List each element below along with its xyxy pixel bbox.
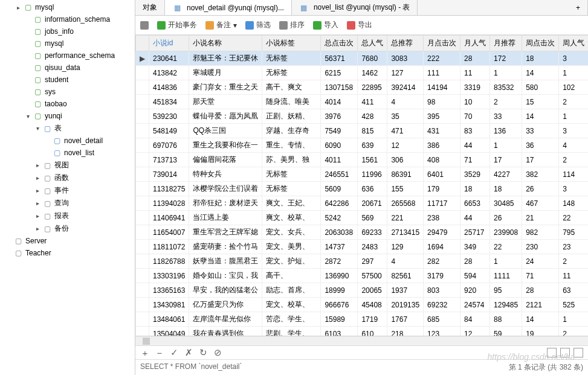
- column-header[interactable]: 小说名称: [189, 36, 262, 51]
- record-info: 第 1 条记录 (共 382 条): [509, 362, 583, 373]
- tree-item[interactable]: ▸▢mysql: [0, 1, 135, 13]
- tree-item[interactable]: ▢information_schema: [0, 13, 135, 25]
- table-row[interactable]: 11406941当江遇上姜爽文、校草、524256922123844262122…: [136, 211, 589, 225]
- filter-button[interactable]: 筛选: [245, 20, 271, 30]
- table-row[interactable]: 413842寒城暖月无标签62151462127111111141073: [136, 66, 589, 80]
- tree-item[interactable]: ▢student: [0, 74, 135, 86]
- table-row[interactable]: 13303196婚令如山：宝贝，我高干、13699057500825613179…: [136, 269, 589, 283]
- tree-item[interactable]: ▸▢事件: [0, 184, 135, 197]
- data-grid[interactable]: 小说id小说名称小说标签总点击次总人气总推荐月点击次月人气月推荐周点击次周人气周…: [135, 35, 588, 336]
- tree-item[interactable]: ▢Teacher: [0, 247, 135, 259]
- column-header[interactable]: 总推荐: [387, 36, 424, 51]
- status-bar: SELECT * FROM `novel_detail` 第 1 条记录 (共 …: [135, 359, 588, 375]
- note-button[interactable]: 备注 ▾: [205, 20, 237, 30]
- table-row[interactable]: 739014特种女兵无标签246551119968639164013529422…: [136, 167, 589, 182]
- table-row[interactable]: 539230蝶仙寻爱：愿为凤凰正剧、妖精、3976428353957033141…: [136, 109, 589, 124]
- horizontal-scrollbar[interactable]: [135, 336, 588, 345]
- tab[interactable]: ▦novel_detail @yunqi (mysql)...: [165, 0, 292, 15]
- sql-text: SELECT * FROM `novel_detail`: [140, 362, 242, 373]
- db-tree[interactable]: ▸▢mysql▢information_schema▢jobs_info▢mys…: [0, 0, 135, 375]
- menu-button[interactable]: [140, 21, 149, 30]
- column-header[interactable]: 月人气: [460, 36, 490, 51]
- table-row[interactable]: 11826788妖孽当道：腹黑君王宠文、护短、28722974282281242…: [136, 254, 589, 269]
- table-row[interactable]: 13365163早安，我的凶猛老公励志、首席、18999200651937803…: [136, 283, 589, 298]
- table-row[interactable]: 548149QQ杀三国穿越、生存奇75498154714318313633388…: [136, 124, 589, 138]
- stop-button[interactable]: ⊘: [213, 347, 222, 358]
- view-mode-form-icon[interactable]: [560, 348, 570, 357]
- cancel-button[interactable]: ✗: [184, 347, 193, 358]
- begin-transaction-button[interactable]: 开始事务: [157, 20, 197, 30]
- sort-button[interactable]: 排序: [279, 20, 305, 30]
- tree-item[interactable]: ▸▢函数: [0, 171, 135, 184]
- tree-item[interactable]: ▢taobao: [0, 98, 135, 110]
- tab[interactable]: ▦novel_list @yunqi (mysql) - 表: [292, 0, 418, 15]
- table-row[interactable]: 13430981亿万盛宠只为你宠文、校草、9666764540820191356…: [136, 298, 589, 312]
- tree-item[interactable]: ▢novel_detail: [0, 135, 135, 147]
- column-header[interactable]: 月点击次: [424, 36, 460, 51]
- tree-item[interactable]: ▸▢备份: [0, 222, 135, 235]
- column-header[interactable]: 月推荐: [490, 36, 522, 51]
- add-tab-button[interactable]: +: [569, 0, 588, 15]
- table-row[interactable]: 11394028邪帝狂妃：废材逆天爽文、王妃、64228620671265568…: [136, 196, 589, 211]
- column-header[interactable]: 小说id: [149, 36, 189, 51]
- table-row[interactable]: 713713偏偏眉间花落苏、美男、独4011156130640871171723…: [136, 153, 589, 167]
- column-header[interactable]: 总人气: [358, 36, 387, 51]
- tree-item[interactable]: ▢qisuu_data: [0, 62, 135, 74]
- tree-item[interactable]: ▢performance_schema: [0, 50, 135, 62]
- table-toolbar: 开始事务 备注 ▾ 筛选 排序 导入 导出: [135, 16, 588, 35]
- column-header[interactable]: 周人气: [559, 36, 588, 51]
- tree-item[interactable]: ▸▢视图: [0, 159, 135, 171]
- record-nav-bar: + − ✓ ✗ ↻ ⊘: [135, 345, 588, 359]
- column-header[interactable]: 周点击次: [522, 36, 559, 51]
- table-row[interactable]: 697076重生之我要和你在一重生、专情、6090639123864413640…: [136, 138, 589, 153]
- table-row[interactable]: 13504049我在青春遇到你悲剧、学生、6103610218123125919…: [136, 327, 589, 336]
- tree-item[interactable]: ▢sys: [0, 86, 135, 98]
- table-row[interactable]: 11811072盛宠萌妻：捡个竹马宠文、美男、14737248312916943…: [136, 240, 589, 254]
- delete-record-button[interactable]: −: [155, 348, 164, 358]
- column-header[interactable]: 小说标签: [262, 36, 321, 51]
- editor-tabs: 对象▦novel_detail @yunqi (mysql)...▦novel_…: [135, 0, 588, 16]
- tree-item[interactable]: ▸▢查询: [0, 197, 135, 210]
- tree-item[interactable]: ▸▢报表: [0, 210, 135, 222]
- tab[interactable]: 对象: [135, 0, 165, 15]
- table-row[interactable]: 11654007重生军营之王牌军媳宠文、女兵、20630386923327134…: [136, 225, 589, 240]
- table-row[interactable]: 13484061左岸流年星光似你苦恋、学生、159891719176768584…: [136, 312, 589, 327]
- tree-item[interactable]: ▾▢yunqi: [0, 110, 135, 122]
- tree-item[interactable]: ▢jobs_info: [0, 25, 135, 37]
- column-header[interactable]: 总点击次: [321, 36, 358, 51]
- table-row[interactable]: 11318275冰樱学院公主们误着无标签56096361551791818263…: [136, 182, 589, 196]
- table-row[interactable]: 451834那天堂随身流、唯美4014411498102152031: [136, 95, 589, 109]
- tree-item[interactable]: ▢novel_list: [0, 147, 135, 159]
- tree-item[interactable]: ▢Server: [0, 235, 135, 247]
- export-button[interactable]: 导出: [347, 20, 372, 30]
- apply-button[interactable]: ✓: [169, 347, 179, 358]
- view-mode-grid-icon[interactable]: [547, 348, 557, 357]
- view-mode-detail-icon[interactable]: [573, 348, 583, 357]
- add-record-button[interactable]: +: [140, 348, 150, 358]
- table-row[interactable]: 414836豪门弃女：重生之天高干、爽文13071582289539241414…: [136, 80, 589, 95]
- tree-item[interactable]: ▢mysql: [0, 37, 135, 50]
- table-row[interactable]: ▶230641邪魅王爷：王妃要休无标签563717680308322228172…: [136, 51, 589, 66]
- import-button[interactable]: 导入: [313, 20, 338, 30]
- tree-item[interactable]: ▾▢表: [0, 122, 135, 135]
- refresh-button[interactable]: ↻: [198, 347, 208, 358]
